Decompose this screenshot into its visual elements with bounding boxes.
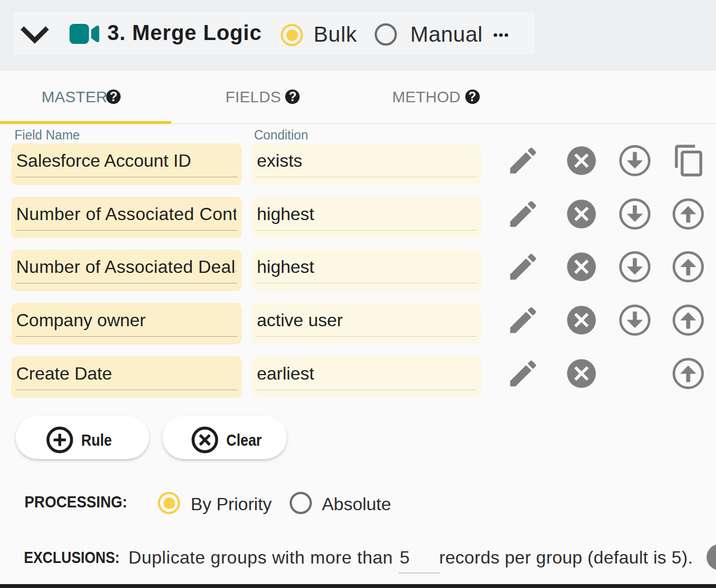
condition-input[interactable]: highest: [252, 197, 481, 238]
bulk-radio-label[interactable]: Bulk: [314, 22, 357, 47]
remove-rule-icon[interactable]: [564, 303, 599, 337]
panel-header: 3. Merge Logic Bulk Manual: [0, 0, 716, 71]
more-options-icon[interactable]: [494, 33, 508, 37]
edit-rule-icon[interactable]: [506, 356, 540, 391]
move-rule-down-icon[interactable]: [618, 143, 652, 178]
condition-input[interactable]: exists: [252, 143, 481, 185]
active-tab-underline: [0, 121, 171, 124]
manual-radio-label[interactable]: Manual: [410, 22, 483, 47]
condition-value: highest: [257, 257, 476, 277]
manual-radio[interactable]: [375, 23, 397, 46]
move-rule-up-icon[interactable]: [671, 303, 705, 337]
edit-rule-icon[interactable]: [506, 197, 540, 231]
condition-input[interactable]: active user: [252, 303, 481, 345]
condition-input[interactable]: earliest: [252, 356, 481, 398]
collapse-chevron-icon[interactable]: [21, 26, 49, 44]
remove-rule-icon[interactable]: [564, 143, 599, 178]
input-underline: [256, 230, 477, 231]
condition-value: active user: [257, 310, 476, 331]
by-priority-label[interactable]: By Priority: [191, 493, 272, 516]
field-name-value: Number of Associated Deals: [16, 257, 236, 277]
tab-fields-label: FIELDS: [226, 88, 281, 106]
edit-rule-icon[interactable]: [506, 303, 540, 337]
panel-title: 3. Merge Logic: [107, 21, 262, 45]
clear-rules-label: Clear: [226, 431, 262, 450]
tab-bar: MASTER? FIELDS? METHOD?: [0, 71, 716, 124]
bulk-radio[interactable]: [281, 24, 303, 46]
input-underline: [16, 336, 237, 337]
move-rule-up-icon[interactable]: [671, 356, 705, 391]
field-name-value: Salesforce Account ID: [16, 151, 236, 171]
next-section-divider: [0, 584, 716, 588]
remove-rule-icon[interactable]: [564, 250, 599, 284]
condition-input[interactable]: highest: [252, 250, 481, 291]
tab-method[interactable]: METHOD?: [344, 71, 518, 124]
plus-circle-icon: [46, 426, 74, 454]
tab-master-label: MASTER: [42, 88, 107, 106]
absolute-radio[interactable]: [290, 492, 312, 514]
condition-value: earliest: [257, 363, 476, 384]
move-rule-down-icon[interactable]: [618, 197, 652, 231]
field-name-input[interactable]: Create Date: [11, 356, 242, 398]
field-name-input[interactable]: Salesforce Account ID: [11, 143, 242, 185]
exclusions-count-value: 5: [399, 547, 440, 568]
input-underline: [256, 336, 477, 337]
exclusions-help-icon[interactable]: [707, 544, 716, 570]
exclusions-count-input[interactable]: 5: [399, 547, 440, 568]
video-tutorial-icon[interactable]: [69, 24, 100, 44]
add-rule-button[interactable]: Rule: [16, 416, 149, 459]
tab-method-label: METHOD: [392, 88, 460, 106]
rule-row: Number of Associated Contacts highest: [0, 197, 716, 238]
exclusions-text-before: Duplicate groups with more than: [128, 547, 393, 568]
rule-row: Create Date earliest: [0, 356, 716, 398]
rule-row: Number of Associated Deals highest: [0, 250, 716, 291]
column-header-field-name: Field Name: [14, 128, 80, 143]
exclusions-input-underline: [399, 572, 440, 574]
exclusions-text-after: records per group (default is 5).: [439, 547, 693, 568]
method-help-icon[interactable]: ?: [465, 89, 480, 104]
master-help-icon[interactable]: ?: [106, 89, 121, 104]
input-underline: [16, 177, 237, 177]
input-underline: [256, 177, 477, 177]
input-underline: [256, 390, 477, 390]
field-name-input[interactable]: Number of Associated Contacts: [11, 197, 242, 238]
exclusions-label: EXCLUSIONS:: [24, 548, 120, 567]
duplicate-rule-icon[interactable]: [672, 143, 707, 178]
fields-help-icon[interactable]: ?: [285, 89, 300, 104]
rule-row: Salesforce Account ID exists: [0, 143, 716, 185]
move-rule-down-icon[interactable]: [618, 303, 652, 337]
by-priority-radio[interactable]: [158, 492, 180, 514]
field-name-value: Company owner: [16, 310, 236, 331]
edit-rule-icon[interactable]: [506, 250, 540, 284]
input-underline: [256, 283, 477, 283]
field-name-input[interactable]: Number of Associated Deals: [11, 250, 242, 291]
move-rule-up-icon[interactable]: [671, 250, 705, 284]
input-underline: [16, 230, 237, 231]
move-rule-up-icon[interactable]: [671, 197, 705, 231]
move-rule-down-icon[interactable]: [618, 250, 652, 284]
absolute-label[interactable]: Absolute: [322, 493, 391, 516]
tab-fields[interactable]: FIELDS?: [171, 71, 344, 124]
clear-rules-button[interactable]: Clear: [162, 416, 287, 459]
column-header-condition: Condition: [254, 128, 308, 143]
input-underline: [16, 390, 237, 390]
field-name-value: Number of Associated Contacts: [16, 204, 236, 225]
condition-value: highest: [257, 204, 476, 225]
processing-label: PROCESSING:: [24, 492, 127, 511]
add-rule-label: Rule: [81, 431, 112, 450]
tab-master[interactable]: MASTER?: [0, 71, 171, 124]
field-name-input[interactable]: Company owner: [11, 303, 242, 345]
field-name-value: Create Date: [16, 363, 236, 384]
rule-row: Company owner active user: [0, 303, 716, 345]
remove-rule-icon[interactable]: [564, 197, 599, 231]
merge-logic-panel: 3. Merge Logic Bulk Manual MASTER? FIELD…: [0, 0, 716, 588]
remove-rule-icon[interactable]: [564, 356, 599, 391]
edit-rule-icon[interactable]: [506, 143, 540, 178]
input-underline: [16, 283, 237, 283]
x-circle-icon: [191, 426, 219, 454]
condition-value: exists: [257, 151, 476, 171]
